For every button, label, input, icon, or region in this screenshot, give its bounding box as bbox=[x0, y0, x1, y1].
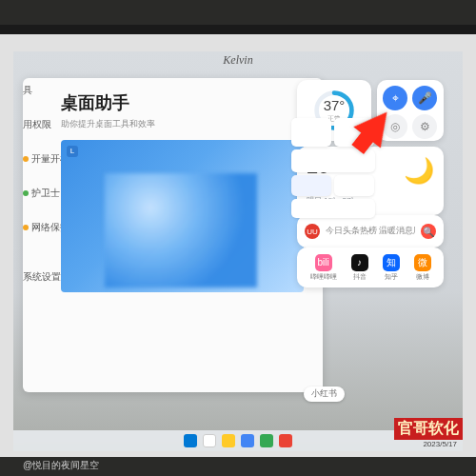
search-placeholder: 今日头条热榜 温暖消息刷屏了万人 bbox=[326, 226, 415, 237]
explorer-icon[interactable] bbox=[222, 434, 235, 447]
app-douyin[interactable]: ♪ 抖音 bbox=[351, 254, 368, 282]
app-zhihu[interactable]: 知 知乎 bbox=[383, 254, 400, 282]
app-icon-2[interactable] bbox=[279, 434, 292, 447]
xiaohongshu-badge: 小红书 bbox=[304, 387, 345, 402]
preview-badge: L bbox=[67, 146, 78, 157]
app-shortcuts-widget: bili 哔哩哔哩 ♪ 抖音 知 知乎 微 微博 bbox=[297, 248, 444, 288]
search-taskbar-icon[interactable] bbox=[203, 434, 216, 447]
page-subtitle: 助你提升桌面工具和效率 bbox=[61, 118, 307, 130]
sidebar-item-3[interactable]: 护卫士 bbox=[17, 185, 66, 202]
hot-search-widget[interactable]: UU 今日头条热榜 温暖消息刷屏了万人 🔍 bbox=[297, 215, 444, 248]
settings-panel: 桌面助手 助你提升桌面工具和效率 具 用权限 开量开机 护卫士 网络保护 系统设… bbox=[23, 78, 323, 392]
settings-button[interactable]: ⚙ bbox=[412, 114, 437, 139]
ring-value: 37° bbox=[324, 97, 346, 113]
douyin-icon: ♪ bbox=[351, 254, 368, 271]
location-button[interactable]: ⌖ bbox=[383, 86, 407, 110]
brand-watermark: Kelvin bbox=[223, 53, 252, 68]
clock-date: 2023/5/17 bbox=[423, 441, 457, 448]
zhihu-icon: 知 bbox=[383, 254, 400, 271]
sidebar-item-0[interactable]: 具 bbox=[17, 82, 38, 99]
sidebar-item-5[interactable]: 系统设置 bbox=[17, 268, 67, 286]
source-chip: UU bbox=[305, 224, 320, 239]
page-title: 桌面助手 bbox=[61, 91, 307, 114]
author-credit: @悦目的夜间星空 bbox=[23, 459, 99, 472]
app-bilibili[interactable]: bili 哔哩哔哩 bbox=[310, 254, 337, 282]
mic-button[interactable]: 🎤 bbox=[412, 86, 437, 110]
sidebar-item-1[interactable]: 用权限 bbox=[17, 116, 57, 133]
app-icon-1[interactable] bbox=[260, 434, 273, 447]
desktop-preview: L bbox=[61, 140, 304, 292]
bilibili-icon: bili bbox=[315, 254, 332, 271]
search-icon[interactable]: 🔍 bbox=[421, 224, 436, 239]
app-weibo[interactable]: 微 微博 bbox=[414, 254, 431, 282]
start-icon[interactable] bbox=[184, 434, 197, 447]
moon-icon: 🌙 bbox=[404, 156, 434, 186]
red-overlay-watermark: 官哥软化 bbox=[394, 418, 463, 440]
edge-icon[interactable] bbox=[241, 434, 254, 447]
weibo-icon: 微 bbox=[414, 254, 431, 271]
